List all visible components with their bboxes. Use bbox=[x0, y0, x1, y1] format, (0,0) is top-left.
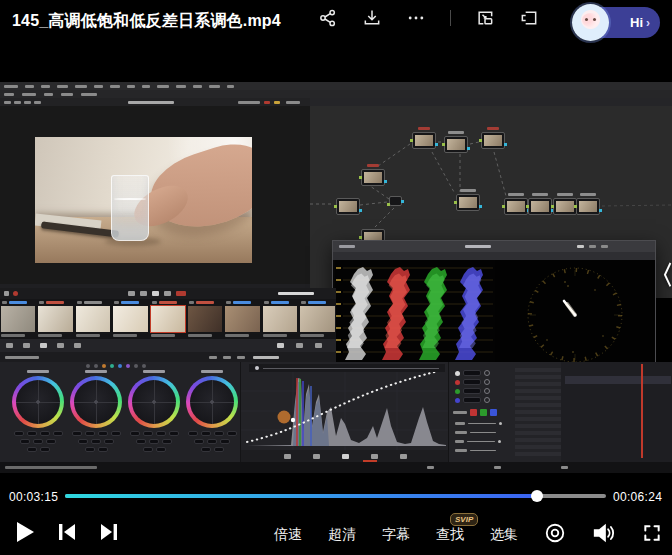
wheel-label-placeholder bbox=[27, 370, 49, 373]
episode-panel-arrow[interactable]: 〈 bbox=[648, 258, 672, 293]
keyframe-playhead[interactable] bbox=[641, 364, 643, 458]
chevron-right-icon: › bbox=[646, 16, 650, 30]
resolve-scopes-window bbox=[332, 240, 656, 370]
clips-header-bar bbox=[0, 288, 336, 299]
avatar-greeting: Hi bbox=[630, 15, 643, 30]
pip-icon[interactable] bbox=[519, 8, 539, 28]
menu-episodes[interactable]: 选集 bbox=[490, 526, 518, 544]
keyframe-parameter-list bbox=[515, 368, 561, 458]
scopes-mode-bar bbox=[333, 252, 655, 260]
wheel-label-placeholder bbox=[85, 370, 107, 373]
node bbox=[481, 132, 505, 149]
total-time: 00:06:24 bbox=[613, 490, 662, 504]
volume-icon[interactable] bbox=[592, 522, 616, 548]
scopes-titlebar bbox=[333, 241, 655, 252]
params-palette bbox=[448, 362, 672, 462]
clip-thumbnail-selected[interactable] bbox=[150, 299, 186, 339]
menu-quality[interactable]: 超清 bbox=[328, 526, 356, 544]
video-preview bbox=[35, 137, 252, 263]
player-controls: 倍速 超清 字幕 查找 SVIP 选集 bbox=[0, 508, 672, 555]
lift-color-wheel[interactable] bbox=[12, 376, 64, 428]
progress-bar[interactable] bbox=[65, 494, 606, 498]
water-line bbox=[114, 198, 146, 200]
miniplayer-icon[interactable] bbox=[475, 8, 495, 28]
curves-palette bbox=[240, 362, 448, 462]
palette-toolbar bbox=[0, 339, 336, 352]
clip-thumbnail[interactable] bbox=[262, 299, 298, 339]
previous-icon[interactable] bbox=[56, 521, 78, 547]
water-glass bbox=[111, 175, 149, 241]
user-account-button[interactable]: Hi › bbox=[574, 7, 660, 38]
offset-color-wheel[interactable] bbox=[186, 376, 238, 428]
progress-fill bbox=[65, 494, 537, 498]
current-time: 00:03:15 bbox=[9, 490, 58, 504]
gamma-color-wheel[interactable] bbox=[70, 376, 122, 428]
player-titlebar: 145_高调低饱和低反差日系调色.mp4 bbox=[0, 0, 672, 46]
node bbox=[576, 198, 600, 215]
node-graph-header bbox=[310, 98, 672, 106]
menu-search[interactable]: 查找 SVIP bbox=[436, 526, 464, 544]
resolve-menubar-placeholder bbox=[0, 82, 672, 90]
keyframe-timeline bbox=[561, 362, 672, 462]
node bbox=[444, 136, 468, 153]
play-icon[interactable] bbox=[14, 520, 36, 548]
progress-thumb[interactable] bbox=[531, 490, 543, 502]
node bbox=[504, 198, 528, 215]
rgb-swatches[interactable] bbox=[453, 409, 497, 416]
download-icon[interactable] bbox=[362, 8, 382, 28]
clip-thumbnail[interactable] bbox=[37, 299, 73, 339]
menu-speed[interactable]: 倍速 bbox=[274, 526, 302, 544]
node bbox=[456, 194, 480, 211]
progress-row: 00:03:15 00:06:24 bbox=[0, 486, 672, 508]
clip-thumbnail[interactable] bbox=[224, 299, 260, 339]
fullscreen-icon[interactable] bbox=[642, 523, 662, 547]
video-player: 145_高调低饱和低反差日系调色.mp4 bbox=[0, 0, 672, 555]
wheel-label-placeholder bbox=[201, 370, 223, 373]
next-icon[interactable] bbox=[98, 521, 120, 547]
clip-thumbnail[interactable] bbox=[75, 299, 111, 339]
vectorscope bbox=[495, 260, 655, 369]
svip-badge: SVIP bbox=[450, 513, 478, 526]
palette-subbar bbox=[0, 352, 336, 362]
clip-thumbnail[interactable] bbox=[299, 299, 335, 339]
avatar bbox=[572, 4, 609, 41]
curves-slider[interactable] bbox=[249, 364, 445, 372]
menu-subtitles[interactable]: 字幕 bbox=[382, 526, 410, 544]
node bbox=[336, 198, 360, 215]
wheel-label-placeholder bbox=[143, 370, 165, 373]
curves-toolbar bbox=[241, 450, 449, 462]
node bbox=[361, 169, 385, 186]
resolve-viewer-panel bbox=[0, 106, 310, 284]
resolve-status-bar bbox=[0, 462, 672, 473]
clip-thumbnail[interactable] bbox=[187, 299, 223, 339]
curve-histogram[interactable] bbox=[241, 372, 449, 450]
share-icon[interactable] bbox=[318, 8, 338, 28]
timeline-clip-strip bbox=[0, 299, 336, 339]
node bbox=[412, 132, 436, 149]
cursor-dot bbox=[278, 411, 291, 424]
video-title: 145_高调低饱和低反差日系调色.mp4 bbox=[12, 11, 281, 32]
keyframe-row-highlight bbox=[565, 376, 671, 384]
node-connector bbox=[389, 196, 402, 206]
toolbar-divider bbox=[450, 10, 451, 26]
resolve-toolbar-placeholder bbox=[0, 90, 672, 98]
lens-icon[interactable] bbox=[544, 522, 566, 548]
video-frame[interactable]: 〈 bbox=[0, 46, 672, 486]
more-icon[interactable] bbox=[406, 8, 426, 28]
palette-page-dots[interactable] bbox=[86, 364, 146, 368]
waveform-parade-scope bbox=[335, 260, 495, 369]
node bbox=[528, 198, 552, 215]
clip-thumbnail[interactable] bbox=[0, 299, 36, 339]
color-wheels-palette bbox=[0, 362, 240, 462]
gain-color-wheel[interactable] bbox=[128, 376, 180, 428]
clip-thumbnail[interactable] bbox=[112, 299, 148, 339]
